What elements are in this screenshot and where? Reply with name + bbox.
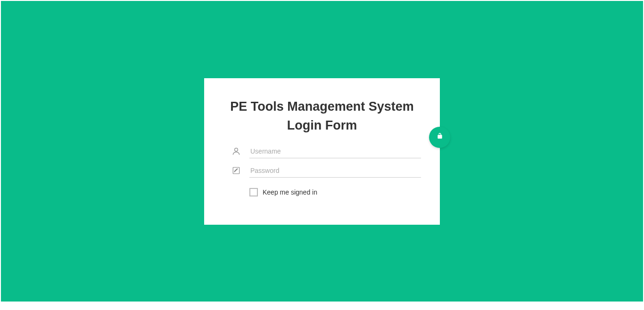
svg-point-0 <box>235 148 238 151</box>
remember-checkbox[interactable] <box>249 188 258 196</box>
username-input[interactable] <box>249 145 421 158</box>
submit-button[interactable] <box>429 127 450 148</box>
login-page-background: PE Tools Management System Login Form <box>1 1 643 302</box>
password-input[interactable] <box>249 164 421 178</box>
login-title-line2: Login Form <box>287 118 357 132</box>
remember-label: Keep me signed in <box>263 188 317 196</box>
login-title-line1: PE Tools Management System <box>230 99 414 114</box>
unlock-icon <box>436 132 444 142</box>
username-row <box>223 145 421 158</box>
remember-row: Keep me signed in <box>223 188 421 196</box>
user-icon <box>230 145 242 157</box>
password-row <box>223 164 421 178</box>
login-title: PE Tools Management System Login Form <box>223 97 421 135</box>
login-card: PE Tools Management System Login Form <box>204 78 440 225</box>
edit-icon <box>230 164 242 177</box>
